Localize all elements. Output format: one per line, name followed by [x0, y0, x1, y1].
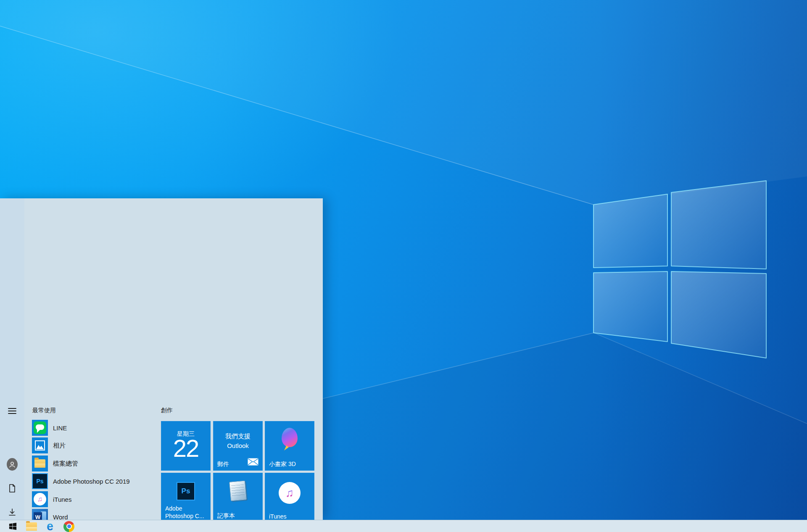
mail-line2: Outlook — [227, 442, 249, 449]
tile-photoshop[interactable]: Adobe Photoshop C... — [161, 473, 211, 520]
app-item-photos[interactable]: 相片 — [32, 437, 152, 453]
folder-icon — [32, 456, 48, 471]
calendar-date: 22 — [161, 436, 211, 461]
itunes-label: iTunes — [269, 513, 287, 520]
itunes-icon — [32, 491, 48, 507]
tile-mail[interactable]: 我們支援 Outlook 郵件 — [213, 421, 263, 471]
notepad-icon — [229, 480, 247, 501]
tile-paint3d[interactable]: 小畫家 3D — [265, 421, 314, 471]
user-account-button[interactable] — [7, 458, 18, 471]
app-item-line[interactable]: LINE — [32, 420, 152, 436]
tile-calendar[interactable]: 星期三 22 — [161, 421, 211, 471]
chrome-icon — [63, 521, 74, 532]
photoshop-badge-icon — [177, 482, 195, 500]
photos-icon — [32, 437, 48, 453]
ps-label-line2: Photoshop C... — [165, 513, 204, 519]
photoshop-icon — [32, 473, 48, 489]
tile-group-header-create[interactable]: 創作 — [161, 406, 173, 414]
app-item-file-explorer[interactable]: 檔案總管 — [32, 456, 152, 471]
paint3d-label: 小畫家 3D — [269, 461, 296, 468]
balloon-icon — [281, 428, 298, 450]
itunes-note-icon — [279, 482, 301, 504]
taskbar — [0, 520, 807, 532]
taskbar-edge-button[interactable] — [41, 520, 59, 532]
documents-button[interactable] — [7, 483, 18, 494]
line-icon — [32, 420, 48, 436]
hamburger-menu-button[interactable] — [7, 406, 18, 416]
tile-itunes[interactable]: iTunes — [265, 473, 314, 520]
file-explorer-icon — [26, 522, 37, 531]
tile-notepad[interactable]: 記事本 — [213, 473, 263, 520]
hamburger-icon — [8, 406, 17, 416]
downloads-icon — [7, 507, 17, 517]
app-item-photoshop[interactable]: Adobe Photoshop CC 2019 — [32, 473, 152, 489]
taskbar-chrome-button[interactable] — [60, 520, 78, 532]
app-item-itunes[interactable]: iTunes — [32, 491, 152, 507]
mail-label: 郵件 — [217, 461, 229, 468]
ps-label-line1: Adobe — [165, 505, 182, 512]
windows-logo — [588, 176, 769, 361]
downloads-button[interactable] — [7, 507, 18, 518]
notepad-label: 記事本 — [217, 512, 235, 520]
app-item-word[interactable]: Word — [32, 509, 152, 520]
screen: 最常使用 LINE 相片 檔案總管 Adobe Photoshop CC 201… — [0, 0, 807, 532]
mail-line1: 我們支援 — [225, 432, 251, 440]
documents-icon — [7, 483, 17, 493]
start-menu: 最常使用 LINE 相片 檔案總管 Adobe Photoshop CC 201… — [0, 198, 323, 520]
windows-start-icon — [8, 522, 17, 531]
edge-icon — [47, 520, 53, 532]
user-avatar-icon — [7, 458, 18, 471]
taskbar-file-explorer-button[interactable] — [22, 520, 41, 532]
envelope-icon — [248, 458, 258, 467]
section-header-most-used: 最常使用 — [32, 406, 56, 414]
start-button[interactable] — [3, 520, 22, 532]
word-icon — [32, 509, 48, 520]
